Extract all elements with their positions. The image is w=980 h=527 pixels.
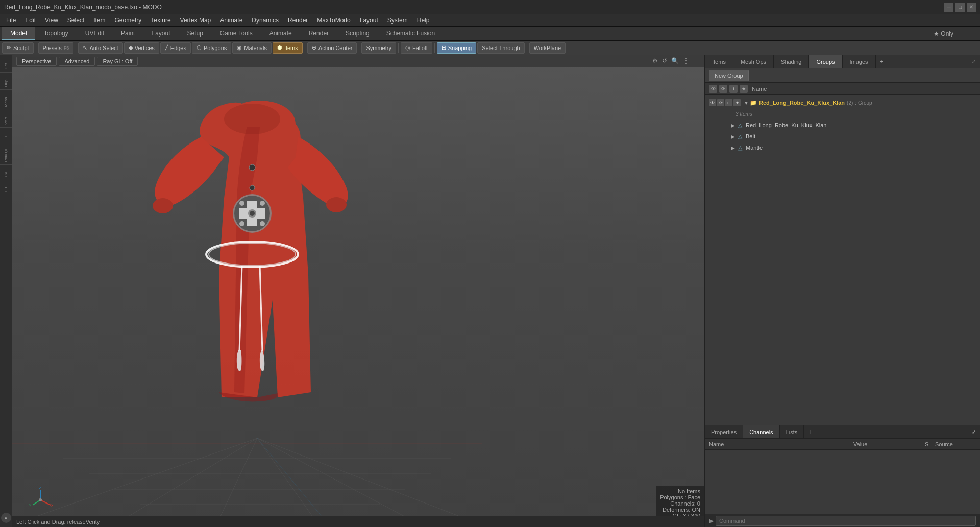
- menu-item-layout[interactable]: Layout: [356, 16, 382, 25]
- menu-item-select[interactable]: Select: [63, 16, 88, 25]
- advanced-tab[interactable]: Advanced: [59, 57, 95, 66]
- add-tab-plus[interactable]: +: [876, 55, 888, 68]
- tree-expander-mantle[interactable]: ▶: [729, 144, 737, 151]
- left-dup-label[interactable]: Dup...: [4, 75, 8, 88]
- menu-item-render[interactable]: Render: [284, 16, 312, 25]
- tab-properties[interactable]: Properties: [705, 425, 743, 438]
- add-tab-button[interactable]: +: [958, 27, 978, 40]
- info-icon[interactable]: ℹ: [729, 85, 738, 93]
- tab-scripting[interactable]: Scripting: [337, 27, 378, 40]
- tree-expander-robe[interactable]: ▶: [729, 122, 737, 129]
- snapping-button[interactable]: ⊞ Snapping: [437, 42, 477, 54]
- group-lock-icon[interactable]: ⟳: [717, 99, 724, 106]
- menu-item-help[interactable]: Help: [413, 16, 434, 25]
- left-bottom-button[interactable]: ●: [1, 513, 11, 523]
- tab-items[interactable]: Items: [705, 55, 733, 68]
- left-vert-label[interactable]: Vert...: [4, 112, 8, 126]
- tab-animate[interactable]: Animate: [261, 27, 300, 40]
- menu-item-system[interactable]: System: [383, 16, 412, 25]
- tab-mesh-ops[interactable]: Mesh Ops: [733, 55, 774, 68]
- polygons-button[interactable]: ⬡ Polygons: [192, 42, 231, 54]
- tree-group-root[interactable]: 👁 ⟳ □ ★ ▼ 📁 Red_Long_Robe_Ku_Klux_Klan (…: [705, 97, 980, 108]
- perspective-tab[interactable]: Perspective: [16, 57, 57, 66]
- minimize-button[interactable]: ─: [944, 3, 953, 12]
- tree-child-robe[interactable]: ▶ △ Red_Long_Robe_Ku_Klux_Klan: [705, 119, 980, 131]
- maximize-button[interactable]: □: [955, 3, 965, 12]
- mesh-icon-mantle: △: [737, 144, 744, 151]
- presets-button[interactable]: Presets F6: [38, 42, 74, 54]
- left-def-label[interactable]: Def...: [4, 58, 8, 71]
- tab-channels[interactable]: Channels: [743, 425, 779, 438]
- tab-layout[interactable]: Layout: [143, 27, 178, 40]
- falloff-icon: ◎: [405, 44, 410, 51]
- panel-expand-icon[interactable]: ⤢: [968, 55, 980, 68]
- left-uv-label[interactable]: UV...: [4, 167, 8, 179]
- right-panel-resize[interactable]: [705, 55, 707, 527]
- symmetry-button[interactable]: Symmetry: [361, 42, 396, 54]
- tab-setup[interactable]: Setup: [179, 27, 211, 40]
- tab-lists[interactable]: Lists: [780, 425, 804, 438]
- edges-button[interactable]: ╱ Edges: [160, 42, 191, 54]
- vp-more-icon[interactable]: ⋮: [682, 56, 690, 65]
- group-type-label: : Group: [855, 100, 872, 106]
- menu-item-item[interactable]: Item: [89, 16, 109, 25]
- tree-expander-root[interactable]: ▼: [743, 99, 750, 106]
- group-box-icon[interactable]: □: [725, 99, 732, 106]
- select-through-button[interactable]: Select Through: [477, 42, 524, 54]
- menu-item-animate[interactable]: Animate: [216, 16, 247, 25]
- vp-settings-icon[interactable]: ⚙: [651, 56, 659, 65]
- menu-item-file[interactable]: File: [2, 16, 20, 25]
- vp-search-icon[interactable]: 🔍: [670, 56, 680, 65]
- group-render-icon[interactable]: ★: [733, 99, 741, 106]
- bottom-expand-icon[interactable]: ⤢: [968, 425, 980, 438]
- snapping-icon: ⊞: [442, 44, 446, 51]
- group-eye-icon[interactable]: 👁: [709, 99, 716, 106]
- action-center-button[interactable]: ⊕ Action Center: [307, 42, 357, 54]
- tab-uvedit[interactable]: UVEdit: [77, 27, 112, 40]
- tab-model[interactable]: Model: [2, 27, 35, 40]
- command-input[interactable]: [716, 516, 976, 526]
- viewport[interactable]: X Y Z Perspective Advanced Ray GL: Off ⚙…: [12, 55, 704, 527]
- tab-topology[interactable]: Topology: [36, 27, 77, 40]
- tab-schematic-fusion[interactable]: Schematic Fusion: [378, 27, 443, 40]
- tab-shading[interactable]: Shading: [774, 55, 809, 68]
- tab-game-tools[interactable]: Game Tools: [212, 27, 261, 40]
- left-mesh-label[interactable]: Mesh...: [4, 92, 8, 108]
- menu-item-geometry[interactable]: Geometry: [111, 16, 146, 25]
- groups-tree[interactable]: 👁 ⟳ □ ★ ▼ 📁 Red_Long_Robe_Ku_Klux_Klan (…: [705, 95, 980, 425]
- close-button[interactable]: ✕: [967, 3, 976, 12]
- vp-maximize-icon[interactable]: ⛶: [692, 56, 700, 65]
- left-poly-label[interactable]: Poly Qu...: [4, 142, 8, 163]
- tree-child-belt[interactable]: ▶ △ Belt: [705, 131, 980, 142]
- tab-paint[interactable]: Paint: [113, 27, 143, 40]
- sculpt-button[interactable]: ✏ Sculpt: [2, 42, 34, 54]
- items-button[interactable]: ⬢ Items: [273, 42, 303, 54]
- render-icon[interactable]: ★: [740, 85, 748, 93]
- auto-select-button[interactable]: ↖ Auto Select: [78, 42, 122, 54]
- tree-expander-belt[interactable]: ▶: [729, 133, 737, 140]
- left-fu-label[interactable]: Fu...: [4, 182, 8, 194]
- star-button[interactable]: ★ Only: [929, 27, 958, 40]
- lock-icon[interactable]: ⟳: [719, 85, 727, 93]
- menu-item-texture[interactable]: Texture: [146, 16, 175, 25]
- command-arrow-icon[interactable]: ▶: [709, 517, 714, 524]
- tree-child-mantle[interactable]: ▶ △ Mantle: [705, 142, 980, 153]
- vertices-button[interactable]: ◆ Vertices: [124, 42, 159, 54]
- menu-item-dynamics[interactable]: Dynamics: [248, 16, 283, 25]
- eye-icon[interactable]: 👁: [709, 85, 717, 93]
- workplane-button[interactable]: WorkPlane: [529, 42, 566, 54]
- left-e-label[interactable]: E...: [4, 130, 8, 139]
- menu-item-vertex-map[interactable]: Vertex Map: [176, 16, 215, 25]
- tab-groups[interactable]: Groups: [809, 55, 842, 68]
- menu-item-maxtomodo[interactable]: MaxToModo: [313, 16, 354, 25]
- new-group-button[interactable]: New Group: [709, 70, 749, 81]
- vp-refresh-icon[interactable]: ↺: [661, 56, 668, 65]
- falloff-button[interactable]: ◎ Falloff: [401, 42, 432, 54]
- materials-button[interactable]: ◉ Materials: [232, 42, 272, 54]
- tab-render[interactable]: Render: [301, 27, 337, 40]
- menu-item-view[interactable]: View: [41, 16, 62, 25]
- bottom-tab-plus[interactable]: +: [804, 425, 816, 438]
- tab-images[interactable]: Images: [843, 55, 876, 68]
- menu-item-edit[interactable]: Edit: [21, 16, 40, 25]
- raygl-tab[interactable]: Ray GL: Off: [97, 57, 138, 66]
